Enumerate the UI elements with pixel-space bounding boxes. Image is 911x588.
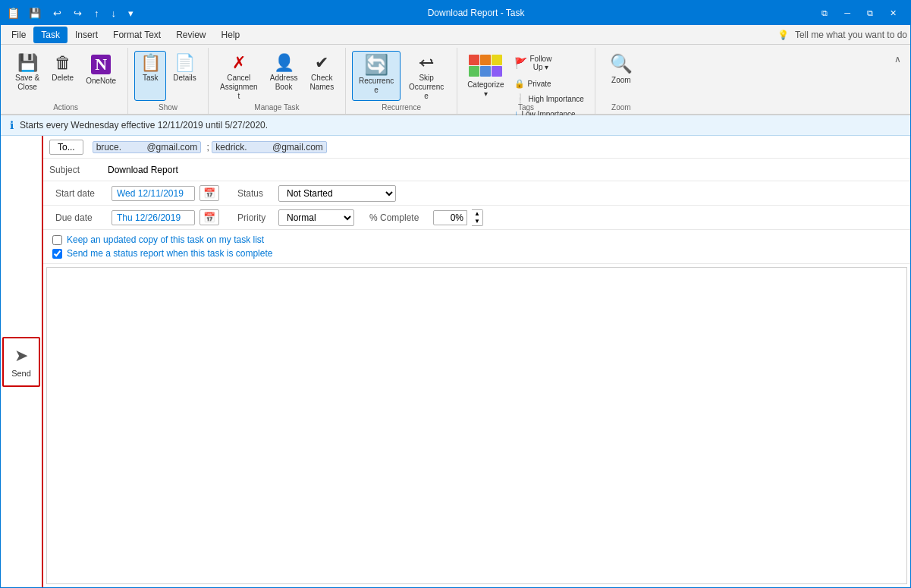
subject-input[interactable] (105, 162, 910, 178)
pct-complete-input[interactable] (433, 210, 467, 225)
start-date-calendar-button[interactable]: 📅 (199, 185, 219, 201)
recurrence-button[interactable]: 🔄 Recurrence (352, 51, 401, 101)
check-names-button[interactable]: ✔ CheckNames (304, 51, 339, 101)
maximize-button[interactable]: ⧉ (859, 1, 881, 25)
address-book-label: AddressBook (270, 74, 298, 92)
skip-occurrence-label: SkipOccurrence (407, 74, 445, 101)
menu-review[interactable]: Review (168, 27, 213, 43)
pct-complete-label: % Complete (369, 212, 423, 223)
delete-button[interactable]: 🗑 Delete (46, 51, 79, 101)
to-row: To... bruce. @gmail.com ; kedrick. @gmai… (43, 136, 910, 159)
address-book-icon: 👤 (274, 55, 294, 71)
priority-label: Priority (237, 212, 268, 223)
send-panel: ➤ Send (1, 136, 43, 587)
form-area: To... bruce. @gmail.com ; kedrick. @gmai… (43, 136, 910, 587)
address-book-button[interactable]: 👤 AddressBook (265, 51, 303, 101)
pct-up-button[interactable]: ▲ (472, 210, 482, 218)
info-icon: ℹ (10, 119, 14, 131)
checkbox2-text: Send me a status report when this task i… (67, 248, 272, 259)
info-bar: ℹ Starts every Wednesday effective 12/11… (1, 115, 910, 136)
due-date-priority-row: Due date 📅 Priority Normal Low High % Co… (43, 206, 910, 230)
recurrence-icon: 🔄 (364, 55, 388, 74)
details-icon: 📄 (174, 55, 195, 71)
skip-occurrence-button[interactable]: ↩ SkipOccurrence (402, 51, 451, 101)
color-green (469, 66, 479, 77)
recurrence-label: Recurrence (357, 77, 395, 95)
start-date-input[interactable] (112, 186, 195, 201)
menu-bar: File Task Insert Format Text Review Help… (1, 25, 910, 45)
minimize-button[interactable]: ─ (837, 1, 858, 25)
ribbon-group-actions: 💾 Save &Close 🗑 Delete N OneNote Actions (4, 48, 128, 114)
manage-task-group-label: Manage Task (215, 101, 339, 114)
tell-me-area[interactable]: 💡 Tell me what you want to do (777, 30, 907, 40)
ribbon-group-zoom-buttons: 🔍 Zoom (602, 51, 641, 101)
tags-group-label: Tags (463, 101, 589, 114)
menu-help[interactable]: Help (214, 27, 248, 43)
ribbon-collapse-button[interactable]: ∧ (888, 51, 907, 68)
checkbox1-input[interactable] (52, 235, 62, 245)
details-button[interactable]: 📄 Details (168, 51, 202, 101)
ribbon-group-recurrence: 🔄 Recurrence ↩ SkipOccurrence Recurrence (346, 48, 457, 114)
quick-up-button[interactable]: ↑ (90, 5, 104, 22)
task-view-button[interactable]: 📋 Task (134, 51, 166, 101)
actions-group-label: Actions (10, 101, 121, 114)
close-button[interactable]: ✕ (882, 1, 904, 25)
save-close-label: Save &Close (15, 74, 39, 92)
tile-button[interactable]: ⧉ (814, 1, 835, 25)
checkbox2-input[interactable] (52, 249, 62, 259)
window-title: Download Report - Task (138, 8, 814, 18)
save-close-button[interactable]: 💾 Save &Close (10, 51, 45, 101)
due-date-calendar-button[interactable]: 📅 (199, 209, 219, 225)
follow-up-icon: 🚩 (514, 57, 527, 69)
categorize-colors-grid (469, 55, 502, 77)
recurrence-group-label: Recurrence (352, 101, 451, 114)
quick-dropdown-button[interactable]: ▾ (124, 5, 138, 22)
send-button[interactable]: ➤ Send (2, 337, 40, 387)
menu-task[interactable]: Task (33, 27, 68, 43)
menu-insert[interactable]: Insert (68, 27, 105, 43)
quick-access-toolbar: 💾 ↩ ↪ ↑ ↓ ▾ (24, 5, 138, 22)
ribbon-group-manage-buttons: ✗ CancelAssignment 👤 AddressBook ✔ Check… (215, 51, 339, 101)
start-date-status-row: Start date 📅 Status Not Started In Progr… (43, 181, 910, 206)
follow-up-button[interactable]: 🚩 FollowUp ▾ (510, 52, 589, 74)
color-blue (480, 66, 491, 77)
due-date-group: Due date 📅 (49, 209, 219, 225)
check-names-label: CheckNames (309, 74, 334, 92)
recipient-1: bruce. @gmail.com (93, 141, 202, 153)
zoom-button[interactable]: 🔍 Zoom (602, 51, 641, 101)
recipient-2: kedrick. @gmail.com (212, 141, 327, 153)
zoom-icon: 🔍 (610, 55, 633, 73)
info-text: Starts every Wednesday effective 12/11/2… (20, 120, 268, 130)
zoom-label: Zoom (611, 76, 631, 85)
checkbox1-label[interactable]: Keep an updated copy of this task on my … (52, 234, 901, 245)
ribbon-group-show-buttons: 📋 Task 📄 Details (134, 51, 202, 101)
recipients-field[interactable]: bruce. @gmail.com ; kedrick. @gmail.com (90, 138, 910, 156)
checkbox2-label[interactable]: Send me a status report when this task i… (52, 248, 901, 259)
body-textarea[interactable] (46, 267, 907, 584)
details-label: Details (173, 74, 196, 83)
start-date-label: Start date (55, 188, 101, 199)
status-select[interactable]: Not Started In Progress Completed Waitin… (278, 185, 396, 202)
quick-save-button[interactable]: 💾 (24, 5, 46, 22)
quick-redo-button[interactable]: ↪ (69, 5, 86, 22)
due-date-input[interactable] (112, 210, 195, 225)
to-button[interactable]: To... (49, 140, 83, 155)
quick-undo-button[interactable]: ↩ (49, 5, 66, 22)
priority-select[interactable]: Normal Low High (278, 209, 354, 226)
color-orange (480, 55, 491, 65)
tell-me-input[interactable]: Tell me what you want to do (795, 30, 907, 40)
menu-format-text[interactable]: Format Text (105, 27, 168, 43)
cancel-assignment-button[interactable]: ✗ CancelAssignment (215, 51, 263, 101)
categorize-button[interactable]: Categorize▾ (463, 51, 507, 101)
onenote-button[interactable]: N OneNote (80, 51, 121, 101)
menu-file[interactable]: File (4, 27, 33, 43)
private-button[interactable]: 🔒 Private (510, 77, 589, 91)
app-icon: 📋 (7, 7, 20, 19)
checkbox1-text: Keep an updated copy of this task on my … (67, 234, 264, 245)
window-controls: ⧉ ─ ⧉ ✕ (814, 1, 904, 25)
ribbon-group-tags-buttons: Categorize▾ 🚩 FollowUp ▾ 🔒 Private (463, 51, 589, 101)
pct-down-button[interactable]: ▼ (472, 218, 482, 225)
ribbon-group-zoom: 🔍 Zoom Zoom (595, 48, 647, 114)
send-icon: ➤ (14, 346, 28, 366)
quick-down-button[interactable]: ↓ (107, 5, 121, 22)
